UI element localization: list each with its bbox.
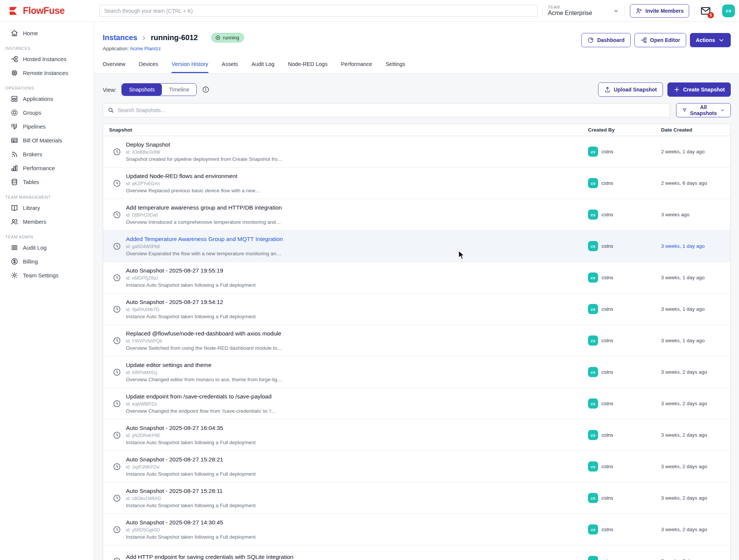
snapshot-search — [103, 103, 670, 117]
clock-icon — [113, 463, 121, 471]
open-editor-button[interactable]: Open Editor — [634, 33, 686, 47]
table-row[interactable]: Auto Snapshot - 2025-08-27 19:55:19 id: … — [103, 262, 730, 293]
column-header-date-created: Date Created — [661, 124, 730, 136]
sidebar-item[interactable]: Performance — [0, 161, 94, 175]
sidebar-section-label: OPERATIONS — [0, 80, 94, 92]
upload-snapshot-button[interactable]: Upload Snapshot — [598, 82, 663, 97]
created-by-avatar: cs — [588, 178, 598, 188]
snapshot-id: id: ga0D4W0Pb8 — [126, 244, 283, 249]
sidebar-item[interactable]: Audit Log — [0, 241, 94, 255]
sidebar-item[interactable]: Remote Instances — [0, 66, 94, 80]
snapshot-search-input[interactable] — [118, 107, 665, 113]
create-snapshot-label: Create Snapshot — [683, 87, 725, 93]
created-by-avatar: cs — [588, 273, 598, 283]
snapshot-title: Updated Node-RED flows and environment — [126, 173, 260, 180]
created-by-name: cstns — [601, 212, 613, 217]
create-snapshot-button[interactable]: Create Snapshot — [667, 82, 731, 97]
sidebar-item[interactable]: Brokers — [0, 147, 94, 161]
snapshot-description: Snapshot created for pipeline deployment… — [126, 156, 283, 162]
divider — [694, 6, 695, 16]
team-search-input[interactable] — [99, 5, 538, 17]
application-link[interactable]: Acme Plantzz — [130, 46, 161, 51]
tab[interactable]: Version History — [172, 61, 208, 73]
sidebar-item[interactable]: Billing — [0, 255, 94, 268]
snapshot-id: id: aKZPYvEDAn — [126, 181, 260, 186]
date-created: 3 weeks, 2 days ago — [661, 482, 730, 514]
date-created: 3 weeks, 2 days ago — [661, 388, 730, 419]
clock-icon — [113, 242, 121, 250]
sidebar-item-label: Library — [23, 205, 40, 211]
actions-button[interactable]: Actions — [690, 33, 731, 47]
table-row[interactable]: Update endpoint from /save-credentials t… — [103, 388, 730, 419]
tab[interactable]: Audit Log — [251, 61, 274, 73]
sidebar-item[interactable]: Home — [0, 26, 94, 40]
table-row[interactable]: Auto Snapshot - 2025-08-27 15:28:21 id: … — [103, 451, 730, 482]
created-by-name: cstns — [601, 338, 613, 343]
sidebar-item[interactable]: Members — [0, 215, 94, 229]
sidebar-item[interactable]: Library — [0, 201, 94, 215]
flowfuse-logo[interactable]: FlowFuse — [0, 5, 94, 16]
filter-funnel-icon — [682, 107, 687, 114]
snapshot-filter-label: All Snapshots — [690, 104, 717, 116]
invite-members-button[interactable]: Invite Members — [630, 4, 689, 18]
snapshot-id: id: JxpPJNKPZw — [126, 464, 256, 470]
sidebar-item[interactable]: Pipelines — [0, 120, 94, 133]
table-row[interactable]: Add HTTP endpoint for saving credentials… — [103, 545, 730, 560]
clock-icon — [113, 400, 121, 408]
snapshot-filter-button[interactable]: All Snapshots — [676, 103, 731, 117]
table-row[interactable]: Added Temperature Awareness Group and MQ… — [103, 231, 730, 262]
table-row[interactable]: Update editor settings and theme id: AlR… — [103, 356, 730, 388]
tab[interactable]: Assets — [222, 61, 238, 73]
table-row[interactable]: Replaced @flowfuse/node-red-dashboard wi… — [103, 325, 730, 356]
info-icon[interactable] — [202, 86, 209, 93]
snapshot-description: Instance Auto Snapshot taken following a… — [126, 314, 256, 319]
sidebar-item[interactable]: Bill Of Materials — [0, 133, 94, 147]
created-by-avatar: cs — [588, 398, 598, 409]
tab[interactable]: Performance — [341, 61, 372, 73]
table-row[interactable]: Auto Snapshot - 2025-08-27 14:30:45 id: … — [103, 514, 730, 545]
view-toggle-option[interactable]: Snapshots — [122, 84, 162, 96]
user-avatar[interactable]: cs — [722, 4, 735, 17]
dashboard-button[interactable]: Dashboard — [581, 33, 630, 47]
breadcrumb-instances-link[interactable]: Instances — [103, 33, 137, 42]
created-by-name: cstns — [601, 306, 613, 312]
sidebar-item[interactable]: Groups — [0, 106, 94, 120]
created-by-name: cstns — [601, 369, 613, 375]
table-row[interactable]: Auto Snapshot - 2025-08-27 15:28:11 id: … — [103, 482, 730, 514]
created-by-name: cstns — [601, 401, 613, 406]
sidebar-item[interactable]: Applications — [0, 92, 94, 106]
date-created: 3 weeks, 2 days ago — [661, 451, 730, 482]
created-by-avatar: cs — [588, 524, 598, 535]
brokers-icon — [10, 150, 18, 158]
created-by-name: cstns — [601, 495, 613, 501]
tab[interactable]: Node-RED Logs — [288, 61, 328, 73]
table-row[interactable]: Deploy Snapshot id: X3o6Bw1k9W Snapshot … — [103, 136, 730, 168]
tab[interactable]: Overview — [103, 61, 125, 73]
table-row[interactable]: Auto Snapshot - 2025-08-27 19:54:12 id: … — [103, 293, 730, 325]
person-plus-icon — [636, 7, 642, 14]
team-selector[interactable]: TEAM: Acme Enterprise — [548, 5, 619, 16]
table-row[interactable]: Add temperature awareness group and HTTP… — [103, 199, 730, 231]
date-created: 2 weeks, 6 days ago — [661, 168, 730, 199]
snapshot-title: Add HTTP endpoint for saving credentials… — [126, 554, 293, 560]
view-toggle-option[interactable]: Timeline — [162, 84, 196, 96]
sidebar-item[interactable]: Tables — [0, 175, 94, 189]
node-editor-icon — [640, 37, 647, 43]
date-created: 3 weeks, 2 days ago — [661, 514, 730, 545]
sidebar-item-label: Remote Instances — [23, 70, 68, 76]
snapshot-title: Deploy Snapshot — [126, 141, 283, 148]
clock-icon — [113, 337, 121, 345]
table-row[interactable]: Auto Snapshot - 2025-08-27 16:04:35 id: … — [103, 419, 730, 451]
created-by-avatar: cs — [588, 241, 598, 251]
notification-badge: 5 — [708, 12, 714, 18]
sidebar-item[interactable]: Hosted Instances — [0, 52, 94, 66]
sidebar-item[interactable]: Team Settings — [0, 268, 94, 282]
tab[interactable]: Devices — [139, 61, 158, 73]
tab[interactable]: Settings — [386, 61, 405, 73]
sidebar-item-label: Home — [23, 30, 38, 36]
created-by-avatar: cs — [588, 304, 598, 314]
notifications-button[interactable]: 5 — [700, 6, 711, 16]
logo-wordmark: FlowFuse — [23, 5, 64, 16]
dashboard-label: Dashboard — [597, 37, 624, 43]
table-row[interactable]: Updated Node-RED flows and environment i… — [103, 168, 730, 199]
